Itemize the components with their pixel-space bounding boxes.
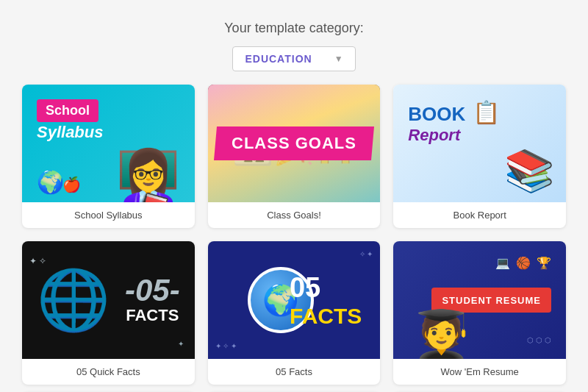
thumbnail-school-syllabus: School Syllabus 🌍 🍎 👩‍🏫 <box>22 85 195 202</box>
globe-icon: 🌍 <box>37 169 64 195</box>
character-illustration: 👩‍🏫 <box>116 151 180 202</box>
card-label-wow-em-resume: Wow 'Em Resume <box>393 359 566 385</box>
card-class-goals[interactable]: 👨‍👩‍👧‍👦🎉🙌 CLASS GOALS Class Goals! <box>208 85 381 228</box>
resume-icons-row: 💻 🏀 🏆 <box>495 256 551 270</box>
syllabus-school-badge: School <box>37 99 98 122</box>
laptop-icon: 💻 <box>495 256 510 270</box>
class-goals-banner: CLASS GOALS <box>214 126 374 160</box>
card-book-report[interactable]: 📋 BOOK Report 📚 Book Report <box>393 85 566 228</box>
trophy-icon: 🏆 <box>537 256 551 270</box>
card-wow-em-resume[interactable]: 💻 🏀 🏆 STUDENT RESUME 🧑‍🎓 ⬡ ⬡ ⬡ Wow 'Em R… <box>393 241 566 385</box>
app-container: Your template category: EDUCATION ▼ Scho… <box>0 0 588 392</box>
header: Your template category: EDUCATION ▼ <box>0 0 588 85</box>
card-label-school-syllabus: School Syllabus <box>22 202 195 228</box>
card-label-class-goals: Class Goals! <box>208 202 381 228</box>
facts-number-text: 05 FACTS <box>290 272 362 329</box>
category-dropdown[interactable]: EDUCATION ▼ <box>232 46 355 71</box>
student-character: 🧑‍🎓 <box>412 311 471 359</box>
card-label-05-quick-facts: 05 Quick Facts <box>22 359 195 385</box>
card-label-book-report: Book Report <box>393 202 566 228</box>
facts-text-overlay: -05- FACTS <box>125 275 180 325</box>
books-stack-icon: 📚 <box>504 147 555 195</box>
chevron-down-icon: ▼ <box>334 54 343 64</box>
category-label: EDUCATION <box>245 53 312 65</box>
thumbnail-class-goals: 👨‍👩‍👧‍👦🎉🙌 CLASS GOALS <box>208 85 381 202</box>
thumbnail-wow-em-resume: 💻 🏀 🏆 STUDENT RESUME 🧑‍🎓 ⬡ ⬡ ⬡ <box>393 241 566 359</box>
thumbnail-05-quick-facts: 🌐 -05- FACTS ✦ ✧ ✦ <box>22 241 195 359</box>
header-title: Your template category: <box>0 21 588 36</box>
thumbnail-05-facts: 🌍 05 FACTS ✦ ✧ ✦ ✧ ✦ <box>208 241 381 359</box>
card-05-quick-facts[interactable]: 🌐 -05- FACTS ✦ ✧ ✦ 05 Quick Facts <box>22 241 195 385</box>
apple-icon: 🍎 <box>62 176 81 193</box>
card-05-facts[interactable]: 🌍 05 FACTS ✦ ✧ ✦ ✧ ✦ 05 Facts <box>208 241 381 385</box>
syllabus-text: Syllabus <box>37 123 103 142</box>
clipboard-icon: 📋 <box>473 99 500 125</box>
thumbnail-book-report: 📋 BOOK Report 📚 <box>393 85 566 202</box>
card-school-syllabus[interactable]: School Syllabus 🌍 🍎 👩‍🏫 School Syllabus <box>22 85 195 228</box>
template-grid: School Syllabus 🌍 🍎 👩‍🏫 School Syllabus … <box>0 85 588 392</box>
basketball-icon: 🏀 <box>516 256 531 270</box>
globe-bg-icon: 🌐 <box>37 266 110 335</box>
card-label-05-facts: 05 Facts <box>208 359 381 385</box>
book-report-title: BOOK Report <box>408 103 465 145</box>
